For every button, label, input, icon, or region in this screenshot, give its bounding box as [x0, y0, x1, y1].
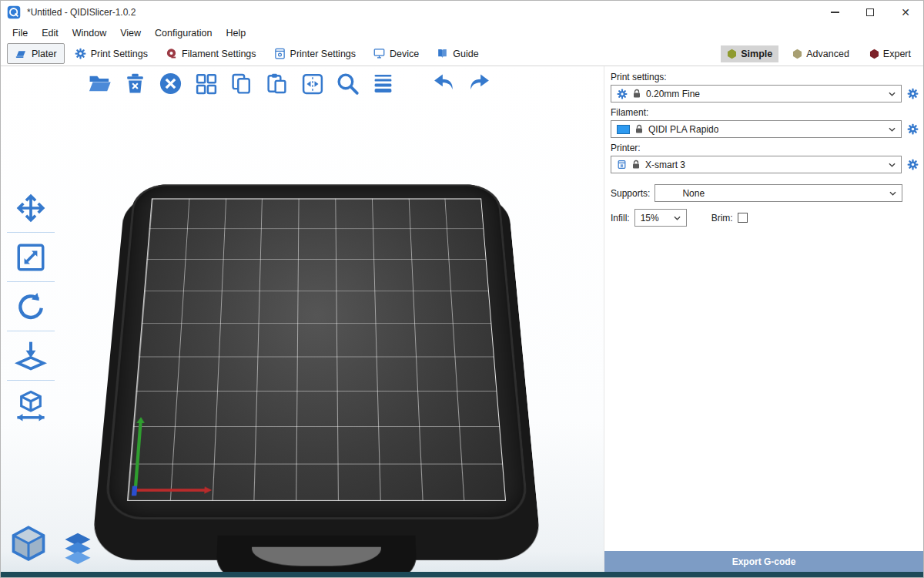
view-toolbar	[7, 523, 96, 566]
variable-layer-height-icon	[372, 72, 394, 95]
paste-icon	[266, 72, 288, 95]
scale-button[interactable]	[7, 233, 55, 282]
menu-configuration[interactable]: Configuration	[148, 25, 219, 41]
redo-button[interactable]	[465, 69, 494, 98]
print-settings-gear-button[interactable]	[906, 88, 919, 100]
advanced-mode-icon	[792, 49, 802, 59]
brim-checkbox[interactable]	[738, 213, 748, 223]
measure-button[interactable]	[7, 381, 55, 430]
mode-expert[interactable]: Expert	[863, 45, 917, 62]
search-button[interactable]	[333, 69, 362, 98]
tab-plater[interactable]: Plater	[7, 43, 65, 64]
editor-view-button[interactable]	[7, 523, 50, 566]
window-title: *Untitled - QIDISlicer-1.0.2	[27, 7, 136, 18]
search-icon	[336, 72, 360, 96]
infill-value: 15%	[641, 213, 659, 223]
split-icon	[301, 72, 324, 96]
maximize-button[interactable]	[852, 1, 888, 24]
place-on-face-button[interactable]	[7, 331, 55, 381]
filament-value: QIDI PLA Rapido	[648, 124, 718, 135]
lock-icon	[634, 124, 644, 134]
delete-all-icon	[159, 72, 182, 96]
redo-icon	[467, 71, 492, 96]
minimize-button[interactable]	[817, 1, 852, 24]
preview-view-button[interactable]	[59, 529, 96, 566]
gear-icon	[907, 159, 919, 170]
axis-y-indicator	[133, 423, 142, 492]
rotate-button[interactable]	[7, 282, 55, 331]
menu-help[interactable]: Help	[219, 25, 253, 41]
profile-gear-icon	[617, 89, 628, 99]
tab-device[interactable]: Device	[366, 43, 427, 64]
expert-mode-icon	[869, 49, 879, 59]
minimize-icon	[831, 12, 839, 13]
copy-icon	[230, 72, 253, 95]
plater-icon	[15, 48, 27, 59]
split-button[interactable]	[298, 69, 326, 98]
chevron-down-icon	[889, 163, 896, 167]
menu-window[interactable]: Window	[65, 25, 113, 41]
menu-view[interactable]: View	[113, 25, 148, 41]
chevron-down-icon	[674, 216, 681, 220]
infill-combo[interactable]: 15%	[634, 209, 687, 227]
export-gcode-button[interactable]: Export G-code	[604, 551, 923, 572]
chevron-down-icon	[889, 191, 896, 196]
arrange-icon	[195, 72, 218, 96]
app-window: *Untitled - QIDISlicer-1.0.2 ✕ File Edit…	[0, 0, 924, 578]
menu-file[interactable]: File	[5, 25, 35, 41]
print-bed-handle	[216, 536, 417, 572]
menu-edit[interactable]: Edit	[35, 25, 65, 41]
filament-label: Filament:	[611, 107, 917, 118]
3d-editor-view-icon	[8, 524, 49, 564]
supports-combo[interactable]: None	[654, 184, 902, 202]
tab-label: Filament Settings	[182, 49, 256, 59]
tab-label: Guide	[453, 49, 478, 59]
tab-label: Printer Settings	[290, 49, 356, 59]
simple-mode-icon	[727, 49, 737, 59]
printer-settings-icon	[274, 48, 286, 59]
arrange-button[interactable]	[192, 69, 220, 98]
tab-print-settings[interactable]: Print Settings	[67, 43, 156, 64]
move-icon	[14, 191, 48, 225]
measure-icon	[14, 388, 48, 422]
gear-icon	[907, 88, 919, 99]
print-bed[interactable]	[78, 117, 555, 556]
chevron-down-icon	[889, 127, 896, 132]
tab-guide[interactable]: Guide	[429, 43, 486, 64]
open-button[interactable]	[85, 69, 114, 98]
preview-layers-icon	[61, 530, 95, 564]
undo-icon	[431, 71, 457, 96]
tab-label: Device	[390, 49, 419, 59]
mode-label: Simple	[741, 49, 772, 59]
app-logo-icon	[7, 5, 21, 19]
delete-button[interactable]	[121, 69, 149, 98]
viewport-3d[interactable]	[1, 66, 604, 572]
print-bed-grid	[127, 198, 506, 500]
tab-label: Print Settings	[91, 49, 148, 59]
move-button[interactable]	[7, 183, 55, 233]
chevron-down-icon	[889, 92, 896, 96]
tab-filament-settings[interactable]: Filament Settings	[158, 43, 264, 64]
mode-advanced[interactable]: Advanced	[786, 45, 855, 62]
place-on-face-icon	[14, 339, 48, 373]
printer-gear-button[interactable]	[906, 159, 919, 171]
close-button[interactable]: ✕	[888, 1, 923, 24]
lock-icon	[631, 160, 641, 170]
filament-color-swatch	[617, 125, 630, 134]
mode-label: Expert	[883, 49, 911, 59]
delete-all-button[interactable]	[156, 69, 185, 98]
titlebar[interactable]: *Untitled - QIDISlicer-1.0.2 ✕	[1, 1, 923, 24]
paste-button[interactable]	[263, 69, 291, 98]
filament-combo[interactable]: QIDI PLA Rapido	[611, 120, 902, 138]
close-icon: ✕	[901, 6, 910, 18]
supports-value: None	[661, 188, 705, 199]
undo-button[interactable]	[430, 69, 458, 98]
print-settings-combo[interactable]: 0.20mm Fine	[611, 85, 902, 102]
variable-layer-height-button[interactable]	[369, 69, 397, 98]
tab-label: Plater	[32, 49, 57, 59]
filament-gear-button[interactable]	[906, 123, 919, 136]
printer-combo[interactable]: X-smart 3	[611, 156, 902, 173]
mode-simple[interactable]: Simple	[721, 45, 778, 62]
copy-button[interactable]	[227, 69, 256, 98]
tab-printer-settings[interactable]: Printer Settings	[266, 43, 363, 64]
